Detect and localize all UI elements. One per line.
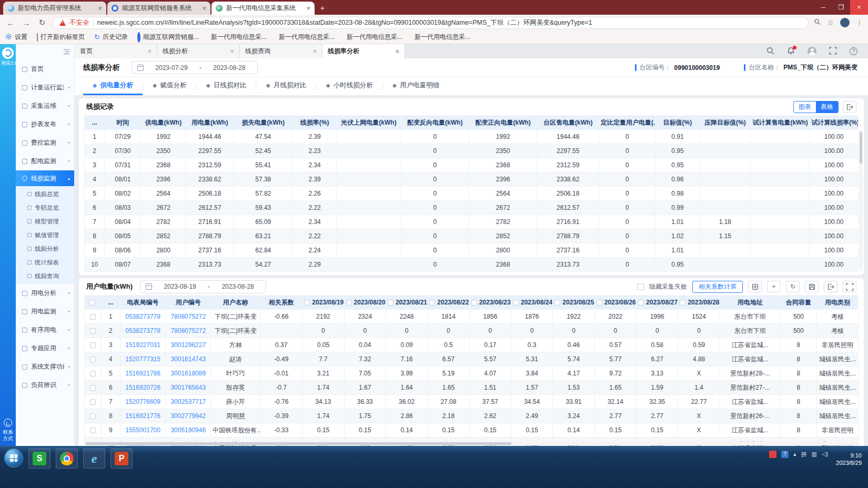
vertical-scrollbar[interactable] [859,130,863,271]
date-column-header[interactable]: 2023/08/23 [469,296,511,310]
meter-id-link[interactable]: 1555001700 [120,423,166,438]
sidebar-item[interactable]: 有序用电 ▾ [16,321,74,339]
row-checkbox[interactable] [90,357,96,362]
sidebar-subitem[interactable]: 专职总览 [16,201,74,215]
sidebar-subitem[interactable]: 线损查询 [16,269,74,283]
date-range-picker[interactable]: 2023-07-29 - 2023-08-28 [132,61,258,74]
row-checkbox[interactable] [90,314,96,320]
bookmark-item[interactable]: 打开新的标签页 [37,33,85,42]
meter-id-link[interactable]: 1519227031 [120,338,166,352]
refresh-icon[interactable]: ↻ [786,281,800,292]
user-id-link[interactable]: 3005190946 [166,423,211,438]
column-select-checkbox[interactable] [304,300,310,306]
column-header[interactable]: 试计算线损率(%) [810,116,859,130]
close-button[interactable]: × [850,0,868,15]
column-header[interactable]: 用电量(kWh) [186,116,234,130]
column-header[interactable]: 相关系数 [260,296,302,310]
subtab[interactable]: ◈ 月线损对比 [256,77,316,95]
column-select-checkbox[interactable] [680,300,685,306]
column-header[interactable]: 供电量(kWh) [141,116,186,130]
taskbar-clock[interactable]: 9:10 2023/8/29 [833,451,864,466]
sidebar-item[interactable]: 用电分析 ▾ [16,284,74,302]
row-checkbox[interactable] [90,328,96,334]
start-button[interactable] [4,449,23,467]
date-column-header[interactable]: 2023/08/25 [553,296,594,310]
column-select-checkbox[interactable] [471,300,477,306]
column-header[interactable]: 合同容量 [780,296,817,310]
column-header[interactable]: 用户编号 [166,296,211,310]
column-header[interactable]: 线损率(%) [292,116,337,130]
table-row[interactable]: 508/0225642506.1857.822.26025642506.1800… [85,187,859,201]
correlation-calc-button[interactable]: 相关系数计算 [692,281,743,293]
column-header[interactable]: 目标值(%) [655,116,700,130]
not-secure-label[interactable]: 不安全 [69,18,89,27]
table-row[interactable]: 408/0123962338.6257.382.39023962338.6200… [85,172,859,187]
table-row[interactable]: 415207773153001614743赵涛-0.497.77.327.166… [85,352,859,367]
column-select-checkbox[interactable] [346,300,352,306]
meter-id-link[interactable]: 1520776609 [120,395,166,409]
column-select-checkbox[interactable] [513,300,519,306]
user-avatar[interactable] [808,47,816,56]
bookmark-item[interactable]: 设置 [5,33,27,42]
table-row[interactable]: 808/0528522788.7963.212.22028522788.7901… [85,229,859,243]
user-energy-date-picker[interactable]: 2023-08-19 - 2023-08-28 [140,280,266,293]
tray-input-method-icon[interactable] [769,451,776,458]
column-header[interactable]: 用户名称 [211,296,260,310]
column-select-checkbox[interactable] [429,300,435,306]
table-row[interactable]: 207/3023502297.5552.452.23023502297.5500… [85,144,859,158]
table-row[interactable]: 205382737787808075272下坝(二)环美变0000000000东… [85,324,859,338]
close-tab-icon[interactable]: × [202,4,206,12]
row-checkbox[interactable] [90,428,96,433]
date-column-header[interactable]: 2023/08/22 [428,296,469,310]
sidebar-subitem[interactable]: 赋值管理 [16,228,74,242]
subtab[interactable]: ◈ 用户电量明细 [383,77,449,95]
bookmark-item[interactable]: 新一代用电信息采... [276,33,335,42]
column-header[interactable]: 用电类别 [817,296,859,310]
column-header[interactable]: ... [101,296,120,310]
column-select-checkbox[interactable] [638,300,644,306]
notification-bell-icon[interactable] [787,47,795,56]
sidebar-subitem[interactable]: 线损总览 [16,187,74,201]
table-row[interactable]: 908/0628002737.1662.842.24028002737.1601… [85,243,859,258]
new-tab-button[interactable]: + [316,1,329,14]
sidebar-subitem[interactable]: 模型管理 [16,215,74,228]
sidebar-item[interactable]: 计量运行监测 ▾ [16,78,74,97]
date-end[interactable]: 2023-08-28 [215,283,260,290]
date-column-header[interactable]: 2023/08/20 [344,296,386,310]
tray-network-icon[interactable]: ▥ [812,451,817,458]
tray-help-icon[interactable]: ? [781,451,789,458]
taskbar-wps-icon[interactable]: S [28,449,51,469]
hide-failed-checkbox[interactable] [637,283,644,290]
bookmark-item[interactable]: ↻ 历史记录 [94,33,128,42]
save-icon[interactable] [805,281,819,292]
sidebar-item[interactable]: 负荷辨识 ▾ [16,376,74,394]
user-id-link[interactable]: 7808075272 [166,324,211,338]
date-column-header[interactable]: 2023/08/26 [594,296,636,310]
date-column-header[interactable]: 2023/08/24 [511,296,553,310]
sidebar-item[interactable]: 专题应用 ▾ [16,339,74,358]
sidebar-item[interactable]: 抄表发布 ▾ [16,115,74,134]
date-column-header[interactable]: 2023/08/28 [678,296,720,310]
user-id-link[interactable]: 3001765643 [166,381,211,395]
meter-id-link[interactable]: 1516921786 [120,367,166,381]
reload-button[interactable]: ↻ [37,18,47,27]
search-icon[interactable] [766,47,774,56]
sidebar-subitem[interactable]: 线损分析 [16,242,74,256]
meter-id-link[interactable]: 0538273778 [120,310,166,324]
date-start[interactable]: 2023-07-29 [149,64,194,72]
taskbar-powerpoint-icon[interactable]: P [110,449,133,469]
row-checkbox[interactable] [90,385,96,391]
column-header[interactable]: 损失电量(kWh) [234,116,292,130]
close-tab-icon[interactable]: × [306,4,310,12]
close-icon[interactable]: × [147,47,152,55]
zoom-icon[interactable] [814,18,821,27]
column-header[interactable]: ... [85,116,105,130]
tray-show-hidden-icon[interactable]: ▴ [793,451,796,458]
user-id-link[interactable]: 3002537717 [166,395,211,409]
back-button[interactable]: ← [5,18,16,27]
fullscreen-icon[interactable] [843,281,856,292]
date-column-header[interactable]: 2023/08/27 [637,296,678,310]
column-header[interactable]: 光伏上网电量(kWh) [337,116,401,130]
hide-failed-label[interactable]: 隐藏采集失败 [649,282,687,291]
bookmark-item[interactable]: 新一代用电信息采... [412,33,470,42]
